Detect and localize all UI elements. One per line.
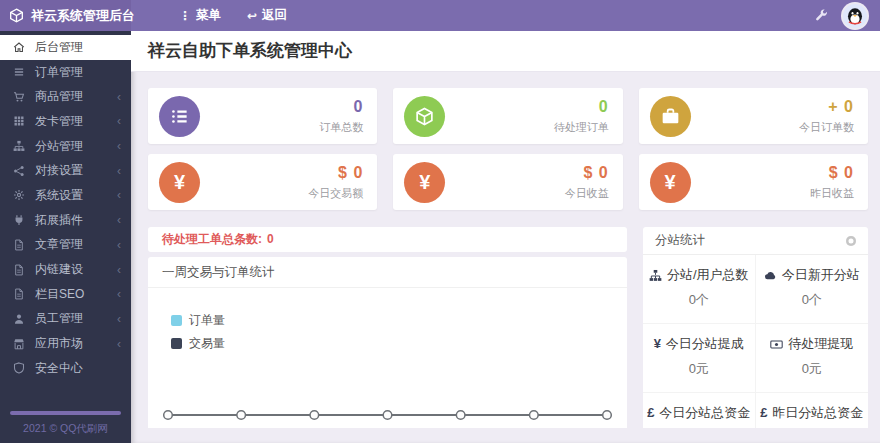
- chart-card: 一周交易与订单统计 订单量交易量: [148, 257, 627, 428]
- sidebar: 后台管理 ‹ 订单管理 ‹ 商品管理 ‹ 发卡管理 ‹ 分站管理 ‹ 对接设置 …: [0, 31, 131, 443]
- sidebar-item-2[interactable]: 商品管理 ‹: [0, 84, 131, 109]
- sitemap-icon: [649, 269, 662, 282]
- legend-swatch: [171, 338, 182, 349]
- substation-grid: 分站/用户总数 0个 今日新开分站 0个 ¥ 今日分站提成 0元 待处理提现 0…: [643, 255, 868, 428]
- yen-icon: ¥: [650, 162, 691, 203]
- topbar: 祥云系统管理后台 ⋮ 菜单 ↩ 返回: [0, 0, 880, 31]
- yen-icon: ¥: [159, 162, 200, 203]
- chart-point-0: [164, 411, 173, 420]
- stat-card-1: 0 待处理订单: [393, 88, 622, 144]
- gear-icon[interactable]: [846, 236, 856, 246]
- substation-cell-value: 0个: [758, 292, 867, 308]
- sidebar-item-label: 订单管理: [35, 64, 83, 81]
- sidebar-item-label: 对接设置: [35, 162, 83, 179]
- chart-legend: 订单量交易量: [171, 312, 627, 352]
- chart-title: 一周交易与订单统计: [148, 257, 627, 288]
- substation-cell-1: 今日新开分站 0个: [756, 255, 869, 324]
- wrench-icon[interactable]: [815, 9, 828, 22]
- content: 0 订单总数 0 待处理订单 + 0 今日订单数 ¥ $ 0 今日交易额 ¥ $…: [131, 72, 880, 428]
- brand-title: 祥云系统管理后台: [31, 7, 135, 25]
- substation-panel: 分站统计 分站/用户总数 0个 今日新开分站 0个 ¥ 今日分站提成 0元 待处…: [643, 227, 868, 428]
- chevron-left-icon: ‹: [117, 238, 121, 252]
- sidebar-item-9[interactable]: 内链建设 ‹: [0, 257, 131, 282]
- chevron-left-icon: ‹: [117, 164, 121, 178]
- back-arrow-icon: ↩: [247, 9, 257, 23]
- sidebar-item-13[interactable]: 安全中心 ‹: [0, 356, 131, 381]
- sidebar-item-5[interactable]: 对接设置 ‹: [0, 158, 131, 183]
- substation-cell-value: 0元: [645, 361, 753, 377]
- sidebar-item-label: 分站管理: [35, 138, 83, 155]
- sidebar-item-label: 文章管理: [35, 236, 83, 253]
- staff-icon: [13, 313, 26, 325]
- sidebar-item-label: 员工管理: [35, 310, 83, 327]
- chevron-left-icon: ‹: [117, 114, 121, 128]
- yen-icon: ¥: [654, 336, 661, 352]
- sidebar-item-label: 栏目SEO: [35, 286, 84, 303]
- sidebar-item-label: 发卡管理: [35, 113, 83, 130]
- workorder-label: 待处理工单总条数:: [162, 232, 262, 246]
- innerlink-icon: [13, 264, 26, 276]
- sidebar-divider: [10, 411, 121, 415]
- seo-icon: [13, 288, 26, 300]
- stat-label: 订单总数: [319, 120, 363, 135]
- substation-cell-3: 待处理提现 0元: [756, 324, 869, 393]
- chart-point-2: [310, 411, 319, 420]
- chevron-left-icon: ‹: [117, 263, 121, 277]
- sidebar-item-label: 后台管理: [35, 39, 83, 56]
- substation-cell-value: 0个: [645, 292, 753, 308]
- sidebar-item-10[interactable]: 栏目SEO ‹: [0, 282, 131, 307]
- stat-card-3: ¥ $ 0 今日交易额: [148, 154, 377, 210]
- stat-value: $ 0: [565, 164, 609, 182]
- legend-label: 交易量: [189, 335, 225, 352]
- legend-item-1[interactable]: 交易量: [171, 335, 627, 352]
- substation-cell-value: 0元: [758, 361, 867, 377]
- chart-point-1: [237, 411, 246, 420]
- sidebar-item-6[interactable]: 系统设置 ‹: [0, 183, 131, 208]
- home-icon: [13, 41, 26, 53]
- legend-item-0[interactable]: 订单量: [171, 312, 627, 329]
- sidebar-item-4[interactable]: 分站管理 ‹: [0, 134, 131, 159]
- topbar-right: [815, 4, 880, 28]
- sidebar-item-7[interactable]: 拓展插件 ‹: [0, 208, 131, 233]
- sidebar-item-label: 系统设置: [35, 187, 83, 204]
- page-title: 祥云自助下单系统管理中心: [131, 31, 880, 72]
- substation-cell-5: £ 昨日分站总资金 0元: [756, 393, 869, 428]
- chart-point-4: [456, 411, 465, 420]
- stat-cards: 0 订单总数 0 待处理订单 + 0 今日订单数 ¥ $ 0 今日交易额 ¥ $…: [148, 88, 868, 210]
- sidebar-item-0[interactable]: 后台管理 ‹: [0, 35, 131, 60]
- stat-value: $ 0: [810, 164, 854, 182]
- sidebar-item-8[interactable]: 文章管理 ‹: [0, 233, 131, 258]
- chevron-left-icon: ‹: [117, 312, 121, 326]
- sitemap-icon: [13, 140, 26, 152]
- substation-cell-label: 今日新开分站: [782, 267, 860, 283]
- substation-cell-label: 待处理提现: [788, 336, 853, 352]
- workorder-card: 待处理工单总条数:0: [148, 227, 627, 252]
- pound-icon: £: [760, 405, 767, 421]
- substation-cell-label: 今日分站提成: [666, 336, 744, 352]
- chevron-left-icon: ‹: [117, 90, 121, 104]
- card-grid-icon: [13, 115, 26, 127]
- menu-dots-icon: ⋮: [179, 9, 191, 23]
- substation-cell-0: 分站/用户总数 0个: [643, 255, 756, 324]
- sidebar-item-label: 内链建设: [35, 261, 83, 278]
- brand[interactable]: 祥云系统管理后台: [0, 0, 131, 31]
- substation-title: 分站统计: [655, 232, 705, 249]
- cloud-icon: [764, 269, 777, 282]
- menu-button[interactable]: ⋮ 菜单: [179, 7, 221, 24]
- substation-cell-label: 今日分站总资金: [659, 405, 750, 421]
- topbar-menu: ⋮ 菜单 ↩ 返回: [179, 7, 287, 24]
- order-list-icon: [13, 66, 26, 78]
- stat-card-4: ¥ $ 0 今日收益: [393, 154, 622, 210]
- chart-point-6: [603, 411, 612, 420]
- sidebar-item-11[interactable]: 员工管理 ‹: [0, 307, 131, 332]
- back-button[interactable]: ↩ 返回: [247, 7, 287, 24]
- sidebar-item-12[interactable]: 应用市场 ‹: [0, 331, 131, 356]
- sidebar-item-3[interactable]: 发卡管理 ‹: [0, 109, 131, 134]
- avatar[interactable]: [843, 4, 867, 28]
- stat-label: 待处理订单: [554, 120, 609, 135]
- chevron-left-icon: ‹: [117, 139, 121, 153]
- banknote-icon: [770, 338, 783, 351]
- sidebar-item-1[interactable]: 订单管理 ‹: [0, 60, 131, 85]
- chevron-left-icon: ‹: [117, 287, 121, 301]
- stat-value: + 0: [799, 98, 854, 116]
